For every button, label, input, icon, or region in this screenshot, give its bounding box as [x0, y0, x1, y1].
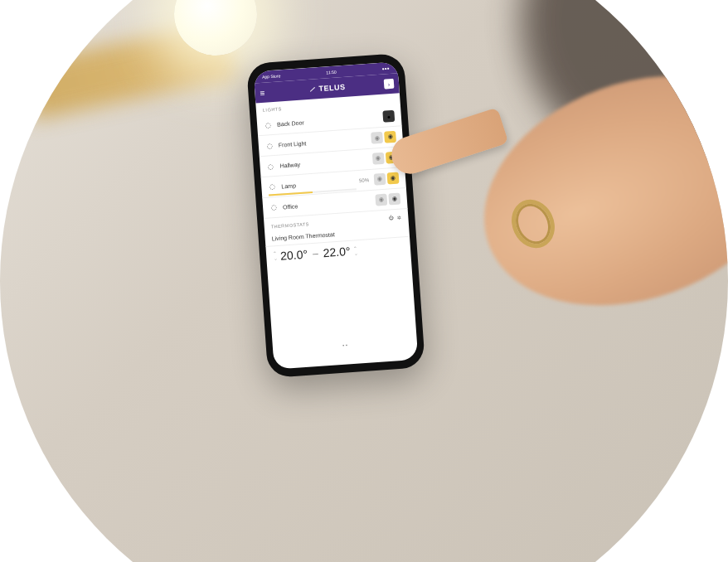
bulb-icon: ◌: [265, 142, 274, 150]
fan-icon[interactable]: ✲: [397, 214, 402, 220]
left-hand: [128, 398, 437, 562]
status-time: 11:50: [326, 70, 337, 75]
light-on-toggle[interactable]: ◉: [384, 131, 396, 143]
light-label: Office: [283, 197, 374, 210]
light-on-toggle[interactable]: ◉: [387, 172, 400, 185]
bulb-icon: ◌: [264, 121, 273, 129]
temp-low: 20.0°: [280, 248, 308, 263]
phone-screen: App Store 11:50 ●●● ≡ ⟋TELUS › LIGHTS ◌: [254, 61, 419, 369]
light-toggle[interactable]: ●: [382, 110, 395, 123]
temp-range-dash: –: [313, 248, 319, 259]
status-icons: ●●●: [381, 65, 389, 71]
light-label: Front Light: [279, 135, 370, 148]
light-bulb: [166, 0, 265, 50]
light-off-toggle[interactable]: ◉: [374, 173, 386, 186]
light-value: 50%: [359, 177, 369, 183]
light-on-toggle[interactable]: ◉: [388, 193, 400, 206]
power-icon[interactable]: ⏻: [389, 215, 395, 220]
brand-logo: ⟋TELUS: [308, 83, 346, 94]
light-off-toggle[interactable]: ◉: [371, 132, 383, 144]
light-label: Lamp: [281, 177, 359, 189]
status-left: App Store: [262, 73, 281, 80]
light-label: Hallway: [279, 156, 371, 168]
light-off-toggle[interactable]: ◉: [372, 153, 385, 165]
light-label: Back Door: [277, 114, 381, 127]
background-photo: App Store 11:50 ●●● ≡ ⟋TELUS › LIGHTS ◌: [0, 0, 728, 562]
thermostat-name: Living Room Thermostat: [272, 231, 335, 241]
light-off-toggle[interactable]: ◉: [375, 194, 387, 206]
page-indicator[interactable]: • •: [273, 338, 418, 370]
bulb-icon: ◌: [268, 182, 277, 191]
bulb-icon: ◌: [269, 203, 279, 211]
temp-low-stepper[interactable]: ⌃⌄: [273, 251, 278, 261]
menu-icon[interactable]: ≡: [260, 88, 265, 97]
temp-high-stepper[interactable]: ⌃⌄: [353, 245, 358, 255]
forward-button[interactable]: ›: [384, 79, 395, 90]
phone: App Store 11:50 ●●● ≡ ⟋TELUS › LIGHTS ◌: [246, 53, 425, 378]
bulb-icon: ◌: [266, 162, 275, 170]
temp-high: 22.0°: [323, 245, 351, 259]
